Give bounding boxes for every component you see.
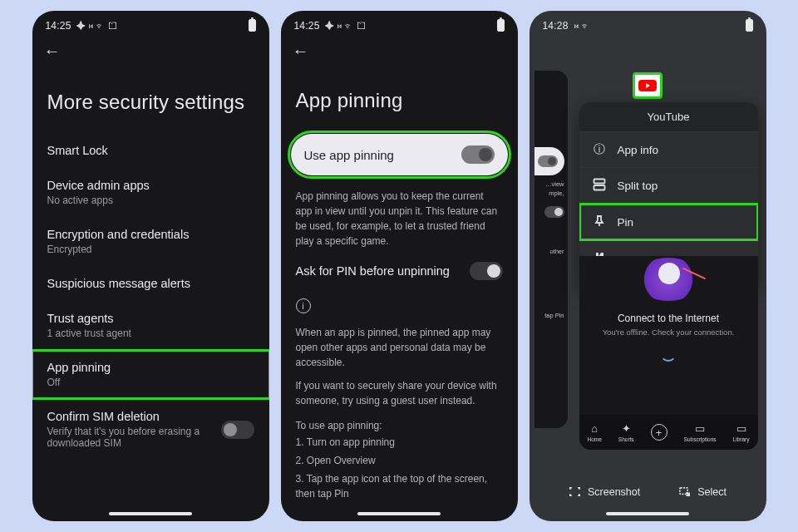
app-icon-youtube[interactable] [633,72,663,99]
status-bar: 14:25 ✦ ⋈ ᯤ ⏍ [281,11,518,35]
battery-icon [249,19,256,32]
library-icon: ▭ [736,422,746,435]
row-title: Device admin apps [47,179,254,192]
menu-item-label: Split top [618,180,658,192]
home-indicator[interactable] [109,512,192,515]
toggle-ask-pin[interactable] [470,262,503,280]
home-indicator[interactable] [606,512,689,515]
subscriptions-icon: ▭ [695,422,705,435]
info-icon: i [296,298,311,313]
menu-item-label: App info [618,144,659,156]
row-ask-pin[interactable]: Ask for PIN before unpinning [281,252,518,290]
home-indicator[interactable] [357,512,441,515]
phone-security-settings: 14:25 ✦ ⋈ ᯤ ⏍ ← More security settings S… [32,11,269,521]
status-bar: 14:25 ✦ ⋈ ᯤ ⏍ [32,11,269,35]
screenshot-button[interactable]: Screenshot [569,485,640,498]
toggle-icon [544,206,564,218]
behind-text: other [549,248,564,255]
phone-app-pinning: 14:25 ✦ ⋈ ᯤ ⏍ ← App pinning Use app pinn… [281,11,518,521]
toggle-label: Use app pinning [304,148,394,162]
select-button[interactable]: Select [678,485,727,498]
row-title: Trust agents [47,312,254,325]
battery-icon [497,19,505,32]
pinning-guest-tip: If you want to securely share your devic… [281,373,518,411]
row-suspicious-alerts[interactable]: Suspicious message alerts [32,267,269,300]
screenshot-icon [569,485,581,498]
row-subtitle: Encrypted [47,244,254,255]
pinning-description: App pinning allows you to keep the curre… [281,177,518,252]
previous-app-card[interactable]: …viewmple, other tap Pin [534,71,568,428]
info-icon: ⓘ [593,142,606,157]
nav-label: Subscriptions [684,436,717,442]
row-app-pinning[interactable]: App pinning Off [32,351,269,398]
row-subtitle: No active apps [47,195,254,206]
status-icons: ✦ ⋈ ᯤ ⏍ [325,21,367,31]
behind-text: …view [545,180,564,188]
ytnav-subscriptions[interactable]: ▭Subscriptions [684,422,717,442]
battery-icon [746,19,753,32]
select-icon [678,485,691,498]
ytnav-library[interactable]: ▭Library [733,422,750,442]
howto-title: To use app pinning: [281,411,518,433]
offline-title: Connect to the Internet [618,313,719,324]
row-title: Ask for PIN before unpinning [296,264,450,278]
menu-item-split-top[interactable]: Split top [579,167,758,204]
svg-rect-1 [594,185,604,190]
row-confirm-sim[interactable]: Confirm SIM deletion Verify that it's yo… [32,400,269,459]
row-title: Confirm SIM deletion [47,410,210,423]
row-smart-lock[interactable]: Smart Lock [32,134,269,167]
row-trust-agents[interactable]: Trust agents 1 active trust agent [32,302,269,349]
loading-spinner-icon [660,345,677,362]
offline-subtitle: You're offline. Check your connection. [603,328,735,337]
behind-text: tap Pin [544,312,564,319]
home-icon: ⌂ [591,422,598,435]
nav-label: Library [733,436,750,442]
shorts-icon: ✦ [622,422,631,435]
row-subtitle: Verify that it's you before erasing a do… [47,426,210,449]
ytnav-shorts[interactable]: ✦Shorts [618,422,634,442]
menu-item-pin[interactable]: Pin [579,204,758,240]
row-device-admin[interactable]: Device admin apps No active apps [32,169,269,216]
behind-text: mple, [549,190,564,197]
howto-step-2: 2. Open Overview [281,453,518,471]
row-title: App pinning [47,361,254,374]
toggle-icon [538,155,558,167]
menu-item-label: Pin [618,216,634,229]
page-title: App pinning [281,61,518,132]
row-title: Smart Lock [47,144,254,157]
svg-rect-0 [594,180,604,184]
status-time: 14:25 [46,20,71,32]
status-time: 14:25 [294,20,320,32]
phone-recents-overview: 14:28 ⋈ ᯤ …viewmple, other tap Pin YouTu… [530,11,766,521]
status-icons: ⋈ ᯤ [574,21,591,31]
youtube-bottom-nav: ⌂Home ✦Shorts + ▭Subscriptions ▭Library [579,415,758,450]
youtube-icon [637,76,658,95]
pin-icon [593,214,606,230]
back-icon[interactable]: ← [44,42,61,61]
use-app-pinning-card[interactable]: Use app pinning [291,134,508,175]
recents-actions: Screenshot Select [530,485,766,498]
howto-step-3: 3. Tap the app icon at the top of the sc… [281,471,518,505]
row-subtitle: 1 active trust agent [47,328,254,339]
ytnav-create[interactable]: + [651,424,667,441]
status-time: 14:28 [543,20,569,32]
status-bar: 14:28 ⋈ ᯤ [530,11,766,35]
split-icon [593,178,606,194]
menu-title: YouTube [579,102,758,131]
plus-icon: + [651,424,667,441]
action-label: Screenshot [588,486,640,498]
ytnav-home[interactable]: ⌂Home [587,422,601,442]
page-title: More security settings [32,61,269,134]
row-subtitle: Off [47,377,254,388]
settings-list: Smart Lock Device admin apps No active a… [32,134,269,459]
action-label: Select [697,486,727,498]
howto-step-1: 1. Turn on app pinning [281,433,518,453]
row-encryption[interactable]: Encryption and credentials Encrypted [32,218,269,265]
toggle-use-app-pinning[interactable] [461,145,495,164]
back-icon[interactable]: ← [293,42,309,61]
pinning-warning: When an app is pinned, the pinned app ma… [281,313,518,373]
menu-item-app-info[interactable]: ⓘ App info [579,131,758,167]
row-title: Suspicious message alerts [47,277,254,290]
youtube-app-card[interactable]: Connect to the Internet You're offline. … [579,256,758,450]
toggle-sim-deletion[interactable] [221,421,254,439]
